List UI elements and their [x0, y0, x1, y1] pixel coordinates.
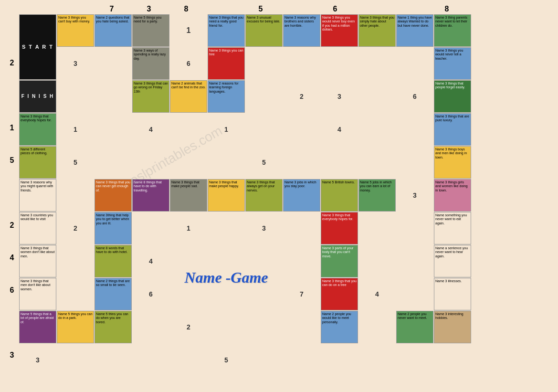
- num-3-r7: 3: [245, 212, 283, 244]
- cell-r6c8: Name 3 jobs in which you stay poor.: [283, 179, 320, 212]
- cell-r3c5: Name 2 animals that can't be find in the…: [170, 80, 207, 113]
- num-3-r6: 3: [396, 179, 433, 212]
- cell-r1c9: Name 3 things you would never buy even i…: [321, 14, 358, 47]
- num-5-r5c7: 5: [245, 146, 283, 179]
- top-num-8b: 8: [428, 5, 465, 13]
- cell-r3c12: Name 3 things that people forget easily.: [434, 80, 471, 113]
- cell-r2c4: Name 3 ways of spending a really lazy da…: [132, 47, 169, 80]
- cell-r3c6: Name 2 reasons for learning foreign lang…: [208, 80, 245, 113]
- board-container: eslprintables.com 7 3 8 5 6 8 2 1 5 2 4 …: [5, 5, 553, 387]
- num-1-r4: 1: [57, 113, 94, 146]
- num-4-r8: 4: [132, 245, 169, 277]
- left-num-6: 6: [5, 274, 19, 307]
- cell-r1c6: Name 3 things that you need a really goo…: [208, 14, 245, 47]
- cell-r10c3: Name 5 thins you can do when you are bor…: [95, 311, 132, 343]
- cell-r1c11: Name 1 thing you have always Wanted to d…: [396, 14, 433, 47]
- num-3-r3: 3: [321, 80, 358, 113]
- cell-r1c8: Name 3 reasons why brothers and sisters …: [283, 14, 320, 47]
- cell-r6c6: Name 3 things that make people happy.: [208, 179, 245, 212]
- cell-r6c3: Name 3 things that you can never get eno…: [95, 179, 132, 212]
- cell-r1c10: Name 3 things that you simply hate about…: [358, 14, 396, 47]
- cell-r10c1: Name 5 things that a lot of people are a…: [19, 311, 56, 343]
- left-num-4: 4: [5, 242, 19, 274]
- cell-r6c12: Name 3 things girls and women like doing…: [434, 179, 471, 212]
- cell-r8c12: Name a sentence you never want to hear a…: [434, 245, 471, 277]
- num-2-r3: 2: [283, 80, 320, 113]
- top-num-6: 6: [316, 5, 354, 13]
- left-num-5: 5: [5, 144, 19, 177]
- cell-r4c12: Name 3 things that are pure luxury.: [434, 113, 471, 146]
- cell-r4c1: Name 3 things that everybody hopes for.: [19, 113, 56, 146]
- cell-r9c9: Name 3 things that you can do on a tree: [321, 278, 358, 310]
- top-num-5: 5: [242, 5, 279, 13]
- left-num-2: 2: [5, 47, 19, 79]
- num-2-r7: 2: [57, 212, 94, 244]
- cell-r1c7: Name 3 unusual excuses for being late.: [245, 14, 283, 47]
- num-5-r5: 5: [57, 146, 94, 179]
- top-num-3: 3: [130, 5, 168, 13]
- name-game-area: Name -Game: [170, 245, 283, 310]
- num-2-r10: 2: [170, 311, 207, 343]
- cell-r5c12: Name 3 things boys and men like doing in…: [434, 146, 471, 179]
- num-5-r11: 5: [208, 344, 245, 376]
- cell-r6c7: Name 3 things that always get on your ne…: [245, 179, 283, 212]
- cell-r1c12: Name 3 thing parents never want to let t…: [434, 14, 471, 47]
- cell-r6c10: Name 5 jobs in which you can earn a lot …: [358, 179, 396, 212]
- num-7-r9: 7: [283, 278, 320, 310]
- name-game-title: Name -Game: [184, 269, 268, 286]
- cell-r7c1: Name 3 countries you would like to visit: [19, 212, 56, 244]
- cell-r7c3: Name 3thing that help you to get better …: [95, 212, 132, 244]
- top-numbers: 7 3 8 5 6 8: [93, 5, 553, 13]
- main-board: 2 1 5 2 4 6 3 S T A R T Name 3 things yo…: [5, 14, 553, 376]
- cell-r3c4: Name 3 things that can go wrong on Frida…: [132, 80, 169, 113]
- left-num-2b: 2: [5, 209, 19, 242]
- num-4-r9: 4: [358, 278, 396, 310]
- cell-r1c2: Name 3 things you can't buy with money.: [57, 14, 94, 47]
- cell-r8c9: Name 3 parts of your body that you can't…: [321, 245, 358, 277]
- start-cell: S T A R T: [19, 14, 56, 80]
- left-numbers: 2 1 5 2 4 6 3: [5, 14, 19, 376]
- num-1-r4c6: 1: [208, 113, 245, 146]
- cell-r9c3: Name 2 things that are so small to be se…: [95, 278, 132, 310]
- left-num-1: 1: [5, 112, 19, 144]
- num-3-r11: 3: [19, 344, 56, 376]
- cell-r6c1: Name 3 reasons why you might quarrel wit…: [19, 179, 56, 212]
- cell-r6c9: Name 5 British towns.: [321, 179, 358, 212]
- num-4-r4: 4: [132, 113, 169, 146]
- num-6-r9: 6: [132, 278, 169, 310]
- cell-r8c3: Name 8 words that have to do with hotel.: [95, 245, 132, 277]
- num-1-top: 1: [170, 14, 207, 47]
- top-num-7: 7: [93, 5, 130, 13]
- num-3-r2c2: 3: [57, 47, 94, 80]
- cell-r1c4: Name 5 things you need for a party.: [132, 14, 169, 47]
- cell-r2c6: Name 3 things you can hire: [208, 47, 245, 80]
- cell-r8c1: Name 3 things that women don't like abou…: [19, 245, 56, 277]
- cell-r5c1: Name 5 different pieces of clothing.: [19, 146, 56, 179]
- cell-r10c11: Name 2 people you never want to meet.: [396, 311, 433, 343]
- cell-r10c12: Name 3 interesting hobbies.: [434, 311, 471, 343]
- cell-r1c3: Name 2 questions that you hate being ask…: [95, 14, 132, 47]
- cell-r7c9: Name 3 things that everybody hopes for.: [321, 212, 358, 244]
- cell-r2c12: Name 3 things you would never tell a tea…: [434, 47, 471, 80]
- cell-r10c2: Name 5 things you can do in a park.: [57, 311, 94, 343]
- num-6-r2: 6: [170, 47, 207, 80]
- num-1-r7: 1: [170, 212, 207, 244]
- cell-r9c12: Name 3 illnesses.: [434, 278, 471, 310]
- cell-r9c1: Name 3 things that men don't like about …: [19, 278, 56, 310]
- cell-r10c9: Name 2 people you would like to meet per…: [321, 311, 358, 343]
- cell-r7c12: Name something you never want to eat aga…: [434, 212, 471, 244]
- top-num-8: 8: [168, 5, 205, 13]
- left-num-3: 3: [5, 339, 19, 371]
- cell-grid: S T A R T Name 3 things you can't buy wi…: [19, 14, 509, 376]
- cell-r6c5: Name 3 things that make people sad.: [170, 179, 207, 212]
- cell-r6c4: Name 8 things that have to do with trave…: [132, 179, 169, 212]
- finish-cell: F I N I S H: [19, 80, 56, 113]
- num-6-r3: 6: [396, 80, 433, 113]
- num-4-r4c9: 4: [321, 113, 358, 146]
